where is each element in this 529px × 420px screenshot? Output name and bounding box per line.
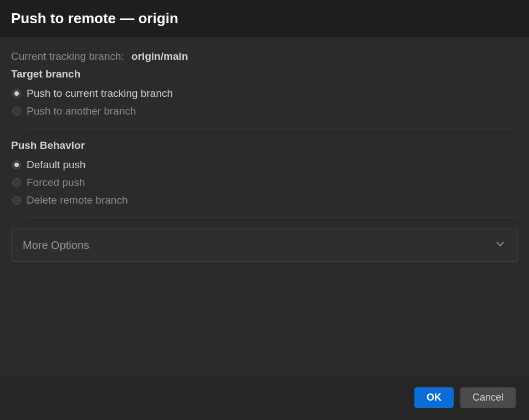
target-branch-section: Target branch Push to current tracking b… — [11, 68, 518, 120]
target-branch-label: Target branch — [11, 68, 518, 80]
radio-default-push[interactable]: Default push — [12, 156, 518, 174]
radio-label: Forced push — [27, 177, 85, 189]
push-behavior-section: Push Behavior Default push Forced push D… — [11, 139, 518, 209]
chevron-down-icon — [494, 238, 506, 252]
radio-delete-remote-branch[interactable]: Delete remote branch — [12, 191, 518, 209]
radio-icon — [12, 107, 21, 116]
radio-label: Delete remote branch — [27, 194, 128, 206]
radio-icon — [12, 89, 21, 98]
radio-forced-push[interactable]: Forced push — [12, 174, 518, 191]
tracking-branch-value: origin/main — [131, 50, 188, 62]
radio-icon — [12, 196, 21, 205]
dialog-title: Push to remote — origin — [11, 10, 518, 27]
target-branch-radio-group: Push to current tracking branch Push to … — [12, 85, 518, 120]
radio-push-current-tracking[interactable]: Push to current tracking branch — [12, 85, 518, 102]
expander-label: More Options — [23, 239, 89, 252]
section-divider — [24, 217, 518, 217]
tracking-branch-row: Current tracking branch: origin/main — [11, 50, 518, 63]
radio-push-another-branch[interactable]: Push to another branch — [12, 102, 518, 120]
tracking-branch-label: Current tracking branch: — [11, 50, 124, 62]
cancel-button[interactable]: Cancel — [460, 387, 516, 408]
push-behavior-radio-group: Default push Forced push Delete remote b… — [12, 156, 518, 209]
radio-icon — [12, 178, 21, 187]
push-behavior-label: Push Behavior — [11, 139, 518, 152]
dialog-header: Push to remote — origin — [0, 0, 529, 37]
dialog-footer: OK Cancel — [0, 375, 529, 420]
more-options-expander[interactable]: More Options — [11, 229, 518, 262]
ok-button[interactable]: OK — [414, 387, 454, 408]
section-divider — [24, 128, 518, 128]
dialog-content: Current tracking branch: origin/main Tar… — [0, 37, 529, 375]
radio-label: Default push — [27, 159, 86, 171]
radio-icon — [12, 160, 21, 169]
radio-label: Push to another branch — [27, 105, 136, 117]
radio-label: Push to current tracking branch — [27, 87, 173, 100]
